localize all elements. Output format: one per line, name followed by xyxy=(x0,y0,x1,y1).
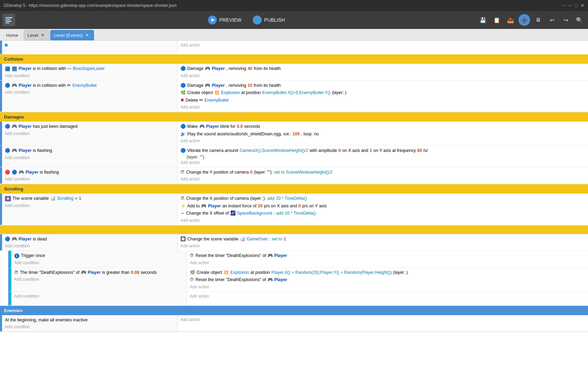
add-action-top[interactable]: Add action xyxy=(180,42,585,48)
minimize-btn[interactable]: ─ xyxy=(569,3,572,8)
tab-level-events-close[interactable]: ✕ xyxy=(85,33,89,38)
icon-cond-2c: ✏ xyxy=(67,83,71,89)
add-act-2[interactable]: Add action xyxy=(180,104,585,110)
act-num-1: 40 xyxy=(248,66,252,72)
act-freq-d2: 60 xyxy=(417,148,422,154)
act-col-en1: Add action xyxy=(178,315,588,332)
act-damage-text-1: Damage xyxy=(187,66,203,72)
app-logo[interactable] xyxy=(3,14,15,26)
add-cond-to[interactable]: Add condition xyxy=(14,260,184,266)
act-vibrate-d2: Vibrate the camera around xyxy=(187,148,238,154)
icon-cond-2a: 🔵 xyxy=(5,83,10,89)
act-col-pd: 🔲 Change the scene variable 📊 GameOver :… xyxy=(178,234,588,251)
add-cond-d1[interactable]: Add condition xyxy=(5,131,175,137)
add-cond-2[interactable]: Add condition xyxy=(5,89,175,95)
add-act-ese[interactable]: Add action xyxy=(190,293,585,299)
add-act-s1[interactable]: Add action xyxy=(180,217,585,224)
act-health-2: from its health xyxy=(254,83,281,89)
act-item-s1a: ⏱ Change the X position of camera (layer… xyxy=(180,195,585,203)
export-button[interactable]: 📤 xyxy=(505,14,516,26)
window-controls[interactable]: ⋯ ─ □ ✕ xyxy=(561,3,585,8)
icon-force-s1: ⚡ xyxy=(180,203,186,209)
damages-section: Damages 🔵 🎮 Player has just been damaged… xyxy=(0,112,588,184)
add-act-en1[interactable]: Add action xyxy=(180,317,585,323)
icon-player-act1: 🎮 xyxy=(205,66,210,72)
tab-home[interactable]: Home xyxy=(3,30,23,40)
save-as-button[interactable]: 📋 xyxy=(491,14,503,26)
more-options-btn[interactable]: ⋯ xyxy=(561,3,566,8)
add-act-d1[interactable]: Add action xyxy=(180,138,585,144)
act-player-d1: Player xyxy=(206,124,219,130)
add-cond-d2[interactable]: Add condition xyxy=(5,155,175,161)
enemies-label: Enemies xyxy=(4,308,22,313)
act-item-d3a: ⏱ Change the Y position of camera 0 (lay… xyxy=(180,169,585,176)
add-cond-d3[interactable]: Add condition xyxy=(5,176,175,182)
cond-boss-1: BossSuperLaser xyxy=(73,66,104,72)
tab-level-close[interactable]: ✕ xyxy=(41,33,44,38)
icon-expl-te: 💥 xyxy=(223,270,229,276)
act-col-ese: Add action xyxy=(187,292,588,305)
scrolling-event-1: 🔲 The scene variable 📊 Scrolling = 1 Add… xyxy=(0,194,588,225)
debug-button[interactable]: 🖥 xyxy=(532,14,544,26)
icon-sound-d1: 🔊 xyxy=(180,131,186,137)
act-item-d1a: 🔵 Make 🎮 Player blink for 0.8 seconds xyxy=(180,123,585,131)
cond-item-to: ℹ Trigger once xyxy=(14,252,184,260)
icon-act-2a: 🔵 xyxy=(180,83,186,89)
act-create-2: Create object xyxy=(187,90,213,96)
publish-label: PUBLISH xyxy=(264,17,285,23)
save-button[interactable]: 💾 xyxy=(477,14,489,26)
cond-num-s1: 1 xyxy=(79,196,81,202)
undo-button[interactable]: ↩ xyxy=(546,14,558,26)
icon-pd-b: 🎮 xyxy=(12,236,17,242)
act-col-d2: 🔵 Vibrate the camera around CameraX();Sc… xyxy=(178,146,588,167)
cond-item-en1: At the beginning, make all enemies inact… xyxy=(5,317,175,324)
add-button[interactable]: ➕ xyxy=(518,14,530,26)
cond-col-1: 🔵 🎮 Player is in collision with — BossSu… xyxy=(2,64,178,80)
act-delete-2: Delete xyxy=(186,97,198,104)
main-content: Add action Collision 🔵 🎮 Player is in co… xyxy=(0,41,588,372)
add-act-pd[interactable]: Add action xyxy=(180,243,585,249)
act-eb-2: EnemyBullet xyxy=(204,97,229,104)
tab-level[interactable]: Level ✕ xyxy=(24,30,50,40)
act-cam-s1: Change the X position of camera (layer: … xyxy=(186,196,266,202)
icon-d2a: 🔵 xyxy=(5,148,10,154)
act-make-d1: Make xyxy=(187,124,198,130)
icon-var-pd: 🔲 xyxy=(180,236,186,242)
add-cond-s1[interactable]: Add condition xyxy=(5,203,175,209)
icon-player-2: 🎮 xyxy=(12,66,17,71)
enemies-header: Enemies xyxy=(0,306,588,315)
preview-button[interactable]: PREVIEW xyxy=(204,14,245,26)
act-layer-2: (layer: ) xyxy=(332,90,346,96)
cond-player-d2: Player xyxy=(19,148,32,154)
add-act-te[interactable]: Add action xyxy=(190,284,585,290)
act-pos-te: Player.X() + Random(20);Player.Y() + Ran… xyxy=(272,270,392,276)
act-force2-s1: an instant force of xyxy=(222,203,256,209)
add-cond-pd[interactable]: Add condition xyxy=(5,243,175,249)
cond-item-2: 🔵 🎮 Player is in collision with ✏ EnemyB… xyxy=(5,82,175,90)
tab-level-events[interactable]: Level (Events) ✕ xyxy=(50,30,94,40)
act-player-to: Player xyxy=(274,253,287,259)
app-title: GDevelop 5 - https://resources.gdevelop-… xyxy=(3,3,177,8)
add-act-to[interactable]: Add action xyxy=(190,260,585,266)
add-cond-te[interactable]: Add condition xyxy=(14,276,184,282)
close-btn[interactable]: ✕ xyxy=(580,3,585,8)
preview-label: PREVIEW xyxy=(219,17,242,23)
collision-label: Collision xyxy=(4,56,23,62)
cond-player-1: Player xyxy=(19,66,32,72)
add-act-d3[interactable]: Add action xyxy=(180,176,585,182)
tab-home-label: Home xyxy=(6,33,18,38)
maximize-btn[interactable]: □ xyxy=(575,3,578,8)
redo-button[interactable]: ↪ xyxy=(560,14,571,26)
act-num-s1a: 20 xyxy=(258,203,263,209)
add-act-1[interactable]: Add action xyxy=(180,73,585,79)
search-button[interactable]: 🔍 xyxy=(574,14,585,26)
act-add-s1b: add xyxy=(276,210,283,217)
act-item-to: ⏱ Reset the timer "DeathExplosions" of 🎮… xyxy=(190,252,585,260)
icon-d2b: 🎮 xyxy=(12,148,17,154)
add-cond-en1[interactable]: Add condition xyxy=(5,324,175,330)
publish-button[interactable]: 🌐 PUBLISH xyxy=(249,14,288,26)
add-cond-ese[interactable]: Add condition xyxy=(14,293,184,299)
add-act-d2[interactable]: Add action xyxy=(180,159,585,166)
add-cond-1[interactable]: Add condition xyxy=(5,73,175,79)
icon-d1a: 🔵 xyxy=(5,124,10,130)
